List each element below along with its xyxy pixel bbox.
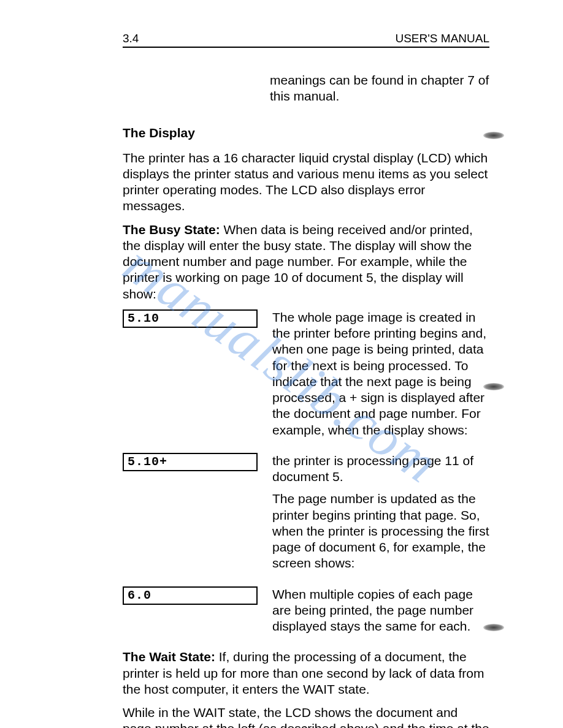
page-header: 3.4 USER'S MANUAL — [123, 32, 489, 48]
lcd-explanation-para: The whole page image is created in the p… — [272, 309, 489, 438]
continuation-text: meanings can be found in chapter 7 of th… — [270, 72, 489, 105]
lcd-explanation: the printer is processing page 11 of doc… — [272, 453, 489, 578]
busy-state-lead: The Busy State: — [123, 222, 220, 237]
document-title: USER'S MANUAL — [395, 32, 489, 45]
wait-state-paragraph-2: While in the WAIT state, the LCD shows t… — [123, 705, 489, 728]
lcd-example-row: 5.10+ the printer is processing page 11 … — [123, 453, 489, 578]
lcd-explanation-para: When multiple copies of each page are be… — [272, 586, 489, 635]
lcd-explanation-para: The page number is updated as the printe… — [272, 491, 489, 571]
lcd-example-row: 6.0 When multiple copies of each page ar… — [123, 586, 489, 641]
manual-page: 3.4 USER'S MANUAL meanings can be found … — [0, 0, 563, 728]
page-number: 3.4 — [123, 32, 139, 45]
lcd-display-box: 5.10+ — [123, 453, 258, 471]
lcd-explanation: When multiple copies of each page are be… — [272, 586, 489, 641]
section-heading-display: The Display — [123, 126, 489, 140]
lcd-explanation-para: the printer is processing page 11 of doc… — [272, 453, 489, 485]
wait-state-paragraph: The Wait State: If, during the processin… — [123, 649, 489, 697]
busy-state-paragraph: The Busy State: When data is being recei… — [123, 222, 489, 302]
lcd-display-box: 5.10 — [123, 309, 258, 328]
wait-state-lead: The Wait State: — [123, 650, 215, 664]
lcd-example-row: 5.10 The whole page image is created in … — [123, 309, 489, 444]
lcd-display-box: 6.0 — [123, 586, 258, 605]
intro-paragraph: The printer has a 16 character liquid cr… — [123, 150, 489, 214]
lcd-explanation: The whole page image is created in the p… — [272, 309, 489, 444]
